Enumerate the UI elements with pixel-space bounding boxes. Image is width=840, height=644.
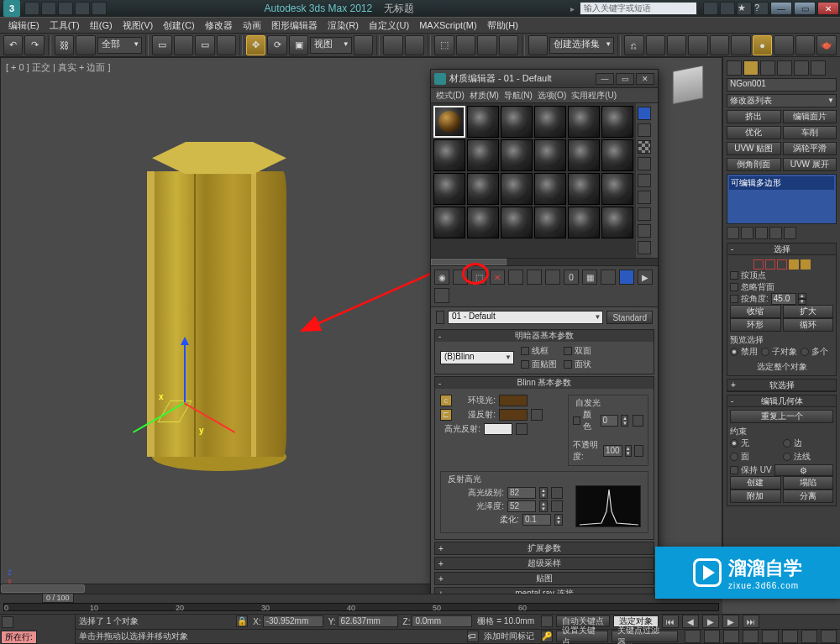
nav-icon[interactable] bbox=[743, 630, 759, 643]
remove-mod-icon[interactable] bbox=[769, 227, 782, 239]
opacity-spinner[interactable]: 100 bbox=[603, 445, 622, 457]
menu-modifiers[interactable]: 修改器 bbox=[202, 18, 236, 34]
editnamed-icon[interactable] bbox=[528, 35, 548, 55]
sample-slot[interactable] bbox=[433, 173, 465, 205]
ambient-lock-icon[interactable]: c bbox=[440, 395, 452, 406]
create-tab-icon[interactable] bbox=[727, 60, 742, 76]
sample-slot[interactable] bbox=[501, 139, 533, 171]
sample-slot[interactable] bbox=[534, 173, 566, 205]
hierarchy-tab-icon[interactable] bbox=[760, 60, 775, 76]
chk-wire[interactable] bbox=[521, 347, 529, 355]
keyfilter-button[interactable]: 关键点过滤器... bbox=[612, 631, 678, 642]
qat-button[interactable] bbox=[24, 2, 39, 15]
backlight-icon[interactable] bbox=[638, 123, 651, 137]
sample-slot[interactable] bbox=[433, 207, 465, 238]
sample-slot[interactable] bbox=[568, 207, 600, 238]
opacity-map-icon[interactable] bbox=[634, 445, 643, 457]
refcoord-dropdown[interactable]: 视图 bbox=[310, 37, 351, 54]
chk-facemap[interactable] bbox=[521, 360, 529, 369]
menu-views[interactable]: 视图(V) bbox=[119, 18, 157, 34]
snap-icon[interactable]: ⬚ bbox=[434, 35, 454, 55]
undo-icon[interactable]: ↶ bbox=[3, 35, 23, 55]
edge-icon[interactable] bbox=[765, 259, 775, 270]
sample-slot[interactable] bbox=[601, 173, 633, 205]
anglesnap-icon[interactable] bbox=[456, 35, 475, 55]
manipulate-icon[interactable] bbox=[383, 35, 402, 55]
matid-icon[interactable] bbox=[638, 241, 651, 254]
chk-2side[interactable] bbox=[564, 347, 572, 355]
sample-slot[interactable] bbox=[501, 207, 533, 238]
mod-button[interactable]: 倒角剖面 bbox=[727, 158, 781, 171]
sample-slot[interactable] bbox=[534, 106, 566, 138]
sample-uv-icon[interactable] bbox=[638, 157, 651, 170]
graphite-icon[interactable] bbox=[688, 35, 707, 55]
keymode-icon[interactable] bbox=[405, 35, 424, 55]
utilities-tab-icon[interactable] bbox=[811, 60, 826, 76]
menu-help[interactable]: 帮助(H) bbox=[484, 18, 522, 34]
exchange-icon[interactable] bbox=[720, 2, 735, 15]
mod-button[interactable]: 车削 bbox=[783, 126, 837, 139]
radio-face[interactable] bbox=[730, 453, 738, 461]
select-icon[interactable]: ▭ bbox=[152, 35, 171, 55]
options-icon[interactable] bbox=[638, 207, 651, 221]
menu-grapheditors[interactable]: 图形编辑器 bbox=[268, 18, 321, 34]
selection-filter-dropdown[interactable]: 全部 bbox=[97, 37, 142, 54]
viewport-label[interactable]: [ + 0 ] 正交 | 真实 + 边面 ] bbox=[6, 61, 111, 74]
sample-slot[interactable] bbox=[433, 106, 465, 138]
material-editor-icon[interactable]: ● bbox=[753, 35, 772, 55]
collapse-button[interactable]: 塌陷 bbox=[783, 476, 834, 490]
show-in-vp-icon[interactable]: ▦ bbox=[582, 270, 597, 285]
select-by-mat-icon[interactable] bbox=[638, 224, 651, 238]
help-icon[interactable]: ? bbox=[753, 2, 769, 15]
repeat-button[interactable]: 重复上一个 bbox=[730, 410, 833, 423]
specular-map-icon[interactable] bbox=[516, 423, 528, 435]
rollout-maps-header[interactable]: 贴图 bbox=[435, 573, 654, 584]
menu-create[interactable]: 创建(C) bbox=[160, 18, 197, 34]
rollout-editgeom-header[interactable]: 编辑几何体 bbox=[727, 395, 836, 407]
spinnersnap-icon[interactable] bbox=[499, 35, 518, 55]
sample-slot[interactable] bbox=[467, 207, 499, 238]
poly-icon[interactable] bbox=[789, 259, 799, 270]
pin-stack-icon[interactable] bbox=[727, 227, 739, 239]
scale-icon[interactable]: ▣ bbox=[289, 35, 308, 55]
sample-slot[interactable] bbox=[601, 207, 633, 238]
me-menu-utils[interactable]: 实用程序(U) bbox=[571, 90, 617, 102]
close-button[interactable]: ✕ bbox=[817, 2, 839, 15]
get-material-icon[interactable]: ◉ bbox=[434, 270, 449, 285]
nav-icon[interactable] bbox=[723, 630, 739, 643]
sample-slot[interactable] bbox=[568, 139, 600, 171]
link-icon[interactable]: ⛓ bbox=[55, 35, 74, 55]
render-icon[interactable]: 🫖 bbox=[816, 35, 836, 55]
chk-backface[interactable] bbox=[730, 283, 738, 291]
setkey-icon[interactable] bbox=[541, 615, 553, 627]
mod-button[interactable]: UVW 展开 bbox=[783, 158, 837, 171]
sample-slot[interactable] bbox=[467, 173, 499, 205]
ambient-swatch[interactable] bbox=[499, 395, 528, 406]
menu-customize[interactable]: 自定义(U) bbox=[365, 18, 412, 34]
nav-icon[interactable] bbox=[821, 630, 837, 643]
vertex-icon[interactable] bbox=[753, 259, 764, 270]
mod-button[interactable]: UVW 贴图 bbox=[727, 142, 781, 155]
background-icon[interactable] bbox=[638, 140, 651, 154]
window-crossing-icon[interactable] bbox=[217, 35, 236, 55]
sample-slot[interactable] bbox=[501, 173, 533, 205]
diffuse-lock-icon[interactable]: ⊏ bbox=[440, 409, 452, 421]
unique-icon[interactable] bbox=[755, 227, 768, 239]
speclevel-spinner[interactable]: 82 bbox=[507, 487, 536, 499]
me-menu-mode[interactable]: 模式(D) bbox=[436, 90, 465, 102]
play-icon[interactable]: ▶ bbox=[702, 615, 719, 628]
chk-vertex[interactable] bbox=[730, 271, 738, 280]
menu-tools[interactable]: 工具(T) bbox=[46, 18, 83, 34]
minimize-button[interactable]: — bbox=[770, 2, 792, 15]
show-end-result-icon[interactable] bbox=[601, 270, 616, 285]
shrink-button[interactable]: 收缩 bbox=[730, 305, 781, 318]
pivot-icon[interactable] bbox=[354, 35, 373, 55]
pick-from-obj-icon[interactable] bbox=[434, 288, 449, 303]
render-setup-icon[interactable] bbox=[774, 35, 793, 55]
named-selset-dropdown[interactable]: 创建选择集 bbox=[549, 37, 614, 54]
layers-icon[interactable] bbox=[667, 35, 686, 55]
frame-label[interactable]: 0 / 100 bbox=[42, 593, 74, 603]
menu-animation[interactable]: 动画 bbox=[239, 18, 265, 34]
make-unique-icon[interactable] bbox=[527, 270, 542, 285]
menu-edit[interactable]: 编辑(E) bbox=[5, 18, 43, 34]
